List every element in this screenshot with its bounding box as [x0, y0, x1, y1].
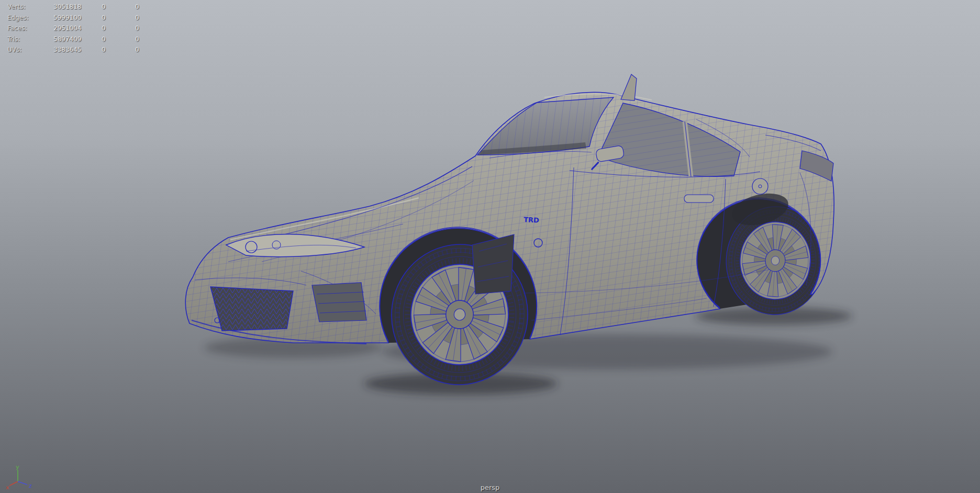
hud-value-sel: 0 [102, 23, 135, 33]
hud-row-tris: Tris: 5897409 0 0 [7, 34, 166, 45]
scene-svg: TRD [0, 0, 980, 493]
hud-value-total: 3051818 [53, 2, 102, 12]
hud-label: Tris: [7, 34, 53, 44]
roof-antenna [621, 74, 637, 100]
camera-label: persp [481, 484, 500, 491]
hud-value-sel: 0 [102, 34, 135, 44]
fuel-cap [752, 178, 768, 194]
hud-value-sel: 0 [102, 2, 135, 12]
front-intake [312, 283, 366, 322]
y-axis-label: y [16, 464, 19, 470]
fender-vent [472, 234, 514, 294]
hud-value-sel: 0 [102, 13, 135, 23]
hud-value-total: 5897409 [53, 34, 102, 44]
polycount-hud: Verts: 3051818 0 0 Edges: 5999100 0 0 Fa… [7, 2, 166, 55]
hud-value-total: 3383645 [53, 44, 102, 55]
door-handle [684, 195, 714, 203]
hud-value-total: 5999100 [53, 13, 102, 23]
hud-row-faces: Faces: 2951004 0 0 [7, 23, 166, 34]
hud-value-extra: 0 [135, 34, 166, 44]
hud-label: Edges: [7, 13, 53, 23]
hud-row-edges: Edges: 5999100 0 0 [7, 13, 166, 24]
hud-label: Faces: [7, 23, 53, 33]
z-axis-line [18, 481, 27, 485]
trd-badge: TRD [524, 216, 540, 225]
hud-value-sel: 0 [102, 44, 135, 55]
hud-row-verts: Verts: 3051818 0 0 [7, 2, 166, 13]
hud-value-extra: 0 [135, 23, 166, 33]
axis-gizmo: y x z [5, 464, 37, 490]
x-axis-line [9, 481, 18, 486]
hud-row-uvs: UVs: 3383645 0 0 [7, 44, 166, 55]
viewport-canvas[interactable]: TRD Verts: 3051818 0 0 Edges: 5999100 0 … [0, 0, 980, 493]
hud-value-extra: 0 [135, 44, 166, 55]
hud-value-extra: 0 [135, 13, 166, 23]
hud-label: Verts: [7, 2, 53, 12]
front-grille [210, 287, 293, 331]
x-axis-label: x [6, 484, 9, 490]
z-axis-label: z [29, 483, 32, 489]
hud-label: UVs: [7, 44, 53, 55]
hud-value-extra: 0 [135, 2, 166, 12]
hud-value-total: 2951004 [53, 23, 102, 33]
